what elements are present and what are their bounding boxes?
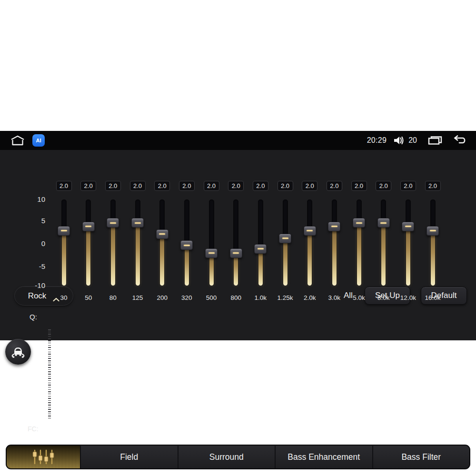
handle-marker <box>307 230 313 231</box>
band-slider-handle[interactable] <box>205 248 218 258</box>
band-slider-handle[interactable] <box>328 222 340 231</box>
q-value-chip[interactable]: 2.0 <box>154 181 170 191</box>
tab-label: Field <box>120 452 138 462</box>
tab-bass-enhancement[interactable]: Bass Enhancement <box>276 446 372 468</box>
band-slider-handle[interactable] <box>131 218 144 228</box>
tab-label: Surround <box>209 452 244 462</box>
handle-marker <box>282 238 288 239</box>
gain-axis-label: 10 <box>14 195 45 204</box>
handle-marker <box>430 230 436 231</box>
band-slider-fill <box>431 231 435 286</box>
volume-icon <box>393 135 405 146</box>
band-slider-fill <box>307 231 312 286</box>
gain-axis-label: -10 <box>14 281 45 290</box>
q-row-label: Q: <box>30 313 37 321</box>
band-slider-fill <box>357 223 361 286</box>
tab-surround[interactable]: Surround <box>178 446 275 468</box>
equalizer-sliders-icon <box>31 449 56 465</box>
audio-tab-bar: FieldSurroundBass EnhancementBass Filter <box>6 445 470 469</box>
head-unit-equalizer-screen: AI 20:29 20 <box>0 131 476 340</box>
q-value-chip[interactable]: 2.0 <box>278 181 293 191</box>
gain-axis-label: 5 <box>14 217 45 225</box>
clock-label: 20:29 <box>367 136 387 145</box>
handle-marker <box>405 226 411 227</box>
q-value-chip[interactable]: 2.0 <box>425 181 441 191</box>
q-value-chip[interactable]: 2.0 <box>179 181 195 191</box>
q-value-chip[interactable]: 2.0 <box>302 181 317 191</box>
home-icon[interactable] <box>10 135 26 146</box>
q-value-chip[interactable]: 2.0 <box>105 181 121 191</box>
band-slider-fill <box>86 227 90 286</box>
tab-label: Bass Enhancement <box>288 452 360 462</box>
q-value-chip[interactable]: 2.0 <box>130 181 146 191</box>
band-slider-fill <box>234 253 238 286</box>
q-value-chip[interactable]: 2.0 <box>56 181 72 191</box>
q-value-chip[interactable]: 2.0 <box>327 181 342 191</box>
volume-level-label: 20 <box>408 136 417 145</box>
band-slider-handle[interactable] <box>230 248 242 258</box>
band-slider-fill <box>209 253 214 286</box>
band-slider-handle[interactable] <box>107 218 119 228</box>
gain-axis-label: 0 <box>14 239 45 248</box>
tab-equalizer[interactable] <box>7 446 80 468</box>
handle-marker <box>159 233 165 235</box>
gain-axis-ticks <box>48 329 51 418</box>
band-slider-handle[interactable] <box>402 222 414 231</box>
fc-row-label: FC: <box>28 425 39 433</box>
q-value-chip[interactable]: 2.0 <box>351 181 367 191</box>
band-slider-handle[interactable] <box>156 229 169 239</box>
q-value-chip[interactable]: 2.0 <box>204 181 219 191</box>
band-slider-fill <box>160 234 164 286</box>
preset-label: Rock <box>28 291 47 301</box>
band-slider-handle[interactable] <box>254 244 267 254</box>
band-slider-handle[interactable] <box>279 234 291 243</box>
handle-marker <box>233 252 239 254</box>
band-slider-fill <box>136 223 140 286</box>
band-slider-fill <box>283 238 288 286</box>
gain-axis-label: -5 <box>14 262 45 271</box>
band-slider-handle[interactable] <box>377 218 390 228</box>
handle-marker <box>61 230 67 231</box>
sound-position-button[interactable] <box>5 339 31 365</box>
tab-bass-filter[interactable]: Bass Filter <box>373 446 470 468</box>
band-slider-handle[interactable] <box>353 218 365 228</box>
tab-label: Bass Filter <box>401 452 441 462</box>
band-slider-fill <box>332 227 337 286</box>
handle-marker <box>331 226 337 227</box>
band-slider-fill <box>62 231 66 286</box>
band-slider-fill <box>381 223 386 286</box>
band-slider-fill <box>111 223 115 286</box>
band-slider-handle[interactable] <box>82 222 95 231</box>
band-freq-label: 16.0k <box>417 294 448 301</box>
band-slider-fill <box>258 249 263 286</box>
tab-field[interactable]: Field <box>81 446 178 468</box>
q-value-chip[interactable]: 2.0 <box>400 181 416 191</box>
handle-marker <box>110 222 116 224</box>
recent-apps-icon[interactable] <box>427 135 443 146</box>
ai-assistant-icon[interactable]: AI <box>32 134 45 147</box>
car-rotate-icon <box>9 343 28 361</box>
q-value-chip[interactable]: 2.0 <box>80 181 96 191</box>
band-slider-fill <box>185 245 189 286</box>
handle-marker <box>184 245 190 246</box>
q-value-chip[interactable]: 2.0 <box>376 181 391 191</box>
band-slider-fill <box>406 227 410 286</box>
handle-marker <box>380 222 387 224</box>
handle-marker <box>258 248 264 249</box>
handle-marker <box>135 222 141 224</box>
handle-marker <box>356 222 362 224</box>
band-slider-handle[interactable] <box>304 226 316 236</box>
q-value-chip[interactable]: 2.0 <box>228 181 244 191</box>
band-slider-handle[interactable] <box>426 226 439 236</box>
handle-marker <box>208 252 215 254</box>
back-icon[interactable] <box>452 135 466 146</box>
handle-marker <box>85 226 91 227</box>
band-slider-handle[interactable] <box>180 240 193 250</box>
q-value-chip[interactable]: 2.0 <box>253 181 268 191</box>
status-bar: AI 20:29 20 <box>0 131 476 150</box>
band-slider-handle[interactable] <box>58 226 70 236</box>
